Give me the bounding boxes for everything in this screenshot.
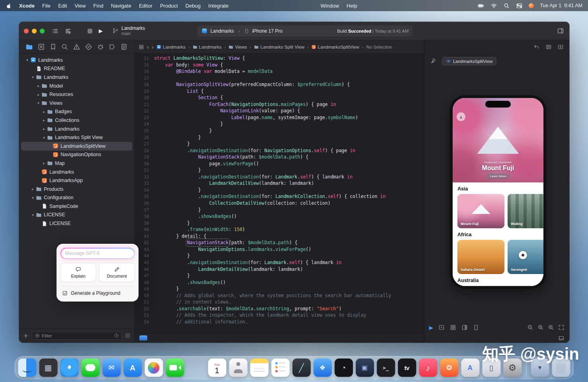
- breadcrumb-item[interactable]: Landmarks: [156, 45, 186, 49]
- zoom-in-icon[interactable]: [548, 324, 554, 331]
- back-icon[interactable]: ‹: [147, 44, 149, 50]
- code-line[interactable]: 16 @Bindable var modelData = modelData: [135, 68, 424, 75]
- disclosure-triangle-icon[interactable]: ▸: [41, 161, 47, 165]
- messages-dock-icon[interactable]: [81, 358, 100, 377]
- iphone-preview[interactable]: ‹ Featured Landmark Mount Fuji Learn Mor…: [450, 95, 546, 289]
- file-tree-row[interactable]: ▾Landmarks Split View: [21, 133, 132, 142]
- code-line[interactable]: 11struct LandmarksSplitView: View {: [135, 55, 424, 62]
- file-tree-row[interactable]: SampleCode: [21, 202, 132, 211]
- issues-navigator-icon[interactable]: [73, 43, 80, 51]
- editor-list-icon[interactable]: [64, 28, 72, 34]
- notes-dock-icon[interactable]: [250, 358, 268, 377]
- code-line[interactable]: 15 var body: some View {: [135, 62, 424, 69]
- menu-window[interactable]: Window: [320, 3, 339, 9]
- menu-help[interactable]: Help: [347, 3, 357, 9]
- code-line[interactable]: 17: [135, 75, 424, 82]
- code-line[interactable]: 27 }: [135, 141, 424, 147]
- debug-bar-chip[interactable]: [139, 335, 147, 341]
- menu-xcode[interactable]: Xcode: [19, 3, 35, 9]
- generate-playground-item[interactable]: Generate a Playground: [61, 290, 135, 298]
- breadcrumb-item[interactable]: Landmarks: [193, 45, 222, 49]
- debug-navigator-icon[interactable]: [97, 43, 104, 51]
- disclosure-triangle-icon[interactable]: ▾: [41, 135, 47, 140]
- menu-integrate[interactable]: Integrate: [208, 3, 229, 9]
- code-line[interactable]: 45 .navigationDestination(for: Landmark.…: [135, 259, 424, 266]
- file-tree-row[interactable]: ▾Landmarks: [21, 73, 132, 82]
- file-tree-row[interactable]: ▸Products: [21, 185, 132, 194]
- code-line[interactable]: 34 }: [135, 187, 424, 194]
- code-line[interactable]: 19 List {: [135, 88, 424, 95]
- contacts-dock-icon[interactable]: [229, 358, 247, 377]
- disclosure-triangle-icon[interactable]: ▸: [41, 118, 47, 122]
- forward-icon[interactable]: ›: [152, 44, 154, 50]
- explain-button[interactable]: Explain: [61, 263, 96, 282]
- live-preview-button[interactable]: ▶: [429, 325, 433, 330]
- project-status[interactable]: Landmarks main: [112, 26, 145, 36]
- assistant-input[interactable]: [61, 249, 134, 259]
- add-editor-icon[interactable]: [557, 44, 564, 50]
- code-line[interactable]: 28 .navigationDestination(for: Navigatio…: [135, 147, 424, 154]
- tv-dock-icon[interactable]: tv: [398, 358, 416, 377]
- menu-navigate[interactable]: Navigate: [111, 3, 131, 9]
- disclosure-triangle-icon[interactable]: ▸: [41, 110, 47, 114]
- editor-options-icon[interactable]: [545, 44, 552, 50]
- find-navigator-icon[interactable]: [61, 43, 68, 51]
- code-line[interactable]: 25 }: [135, 127, 424, 134]
- facetime-dock-icon[interactable]: [166, 358, 184, 377]
- breadcrumb-item[interactable]: Views: [229, 45, 247, 49]
- safari-dock-icon[interactable]: ✦: [60, 358, 78, 377]
- filter-field[interactable]: [32, 331, 122, 340]
- code-line[interactable]: 53 // Adds the inspector, which the land…: [135, 312, 424, 319]
- bookmarks-navigator-icon[interactable]: [49, 43, 57, 51]
- code-line[interactable]: 30 page.viewForPage(): [135, 161, 424, 167]
- file-tree-row[interactable]: ▾Views: [21, 99, 132, 108]
- related-items-icon[interactable]: [139, 44, 144, 50]
- menu-debug[interactable]: Debug: [186, 3, 201, 9]
- files-dock-icon[interactable]: ❖: [313, 358, 332, 377]
- learn-more-button[interactable]: Learn More: [486, 173, 510, 179]
- file-tree-row[interactable]: ▸Landmarks: [21, 125, 132, 133]
- code-line[interactable]: 42 NavigationStack(path: $modelData.path…: [135, 239, 424, 246]
- code-line[interactable]: 23 Label(page.name, systemImage: page.sy…: [135, 114, 424, 121]
- zoom-fit-icon[interactable]: [558, 324, 565, 331]
- code-line[interactable]: 47 }: [135, 272, 424, 279]
- file-tree-row[interactable]: ▾Configuration: [21, 194, 132, 202]
- menu-edit[interactable]: Edit: [58, 3, 67, 9]
- file-tree-row[interactable]: ▾Landmarks: [21, 56, 132, 65]
- code-line[interactable]: 43 NavigationOptions.landmarks.viewForPa…: [135, 246, 424, 253]
- code-line[interactable]: 46 LandmarkDetailView(landmark: landmark…: [135, 266, 424, 273]
- close-window-button[interactable]: [24, 29, 29, 33]
- zoom-window-button[interactable]: [40, 29, 45, 33]
- file-tree-row[interactable]: Landmarks: [21, 168, 132, 176]
- menu-file[interactable]: File: [42, 3, 51, 9]
- debug-area-toggle-icon[interactable]: [558, 335, 565, 341]
- launchpad-dock-icon[interactable]: ▦: [39, 358, 57, 377]
- stop-button[interactable]: [88, 29, 92, 33]
- landmark-card[interactable]: Mount Fuji: [457, 194, 504, 228]
- disclosure-triangle-icon[interactable]: ▾: [24, 58, 30, 62]
- code-line[interactable]: 49 }: [135, 286, 424, 292]
- app-store-dock-icon[interactable]: A: [123, 358, 142, 377]
- disclosure-triangle-icon[interactable]: ▸: [35, 84, 41, 88]
- preview-pill[interactable]: LandmarksSplitView: [442, 57, 496, 65]
- file-tree-row[interactable]: LandmarksApp: [21, 176, 132, 185]
- file-tree-row[interactable]: ▸Collections: [21, 116, 132, 125]
- gray-app-dock-icon[interactable]: A: [461, 358, 479, 377]
- code-line[interactable]: 32 .navigationDestination(for: Landmark.…: [135, 174, 424, 180]
- breakpoints-navigator-icon[interactable]: [108, 43, 116, 51]
- code-line[interactable]: 41 } detail: {: [135, 233, 424, 240]
- reports-navigator-icon[interactable]: [120, 43, 128, 51]
- menu-product[interactable]: Product: [160, 3, 178, 9]
- source-control-filter-icon[interactable]: [125, 333, 130, 338]
- code-line[interactable]: 48 .showsBadges(): [135, 279, 424, 286]
- disclosure-triangle-icon[interactable]: ▸: [41, 127, 47, 131]
- code-line[interactable]: 35 .navigationDestination(for: LandmarkC…: [135, 193, 424, 200]
- minimize-window-button[interactable]: [32, 29, 37, 33]
- music-dock-icon[interactable]: ♪: [419, 358, 437, 377]
- file-tree-row[interactable]: ▾LICENSE: [21, 211, 132, 219]
- source-control-navigator-icon[interactable]: [37, 43, 45, 51]
- wifi-icon[interactable]: [490, 3, 497, 9]
- variants-grid-icon[interactable]: [450, 324, 456, 331]
- landmark-card[interactable]: Sahara Desert: [457, 240, 504, 274]
- code-line[interactable]: 40 .frame(minWidth: 150): [135, 226, 424, 233]
